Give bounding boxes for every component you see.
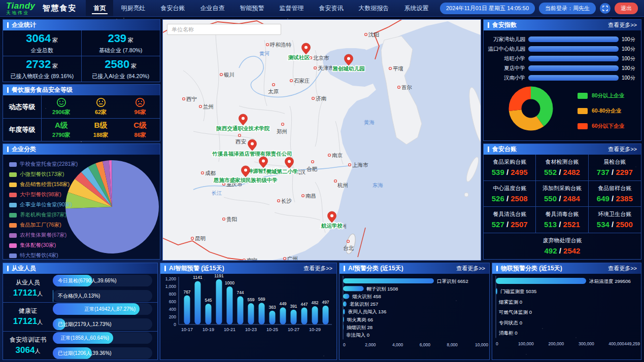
map-pin[interactable] xyxy=(248,139,257,151)
staff-metric: 食安培训证书3064人 xyxy=(3,336,53,355)
panel-safety-level: 餐饮服务食品安全等级 动态等级2906家62家96家年度等级A级2790家B级1… xyxy=(3,84,160,141)
dashboard-root: Tiandy 天地伟业 智慧食安 首页明厨亮灶食安台账企业自查智能预警监督管理食… xyxy=(0,0,644,362)
bar-text: 今日晨检(6790人,39.66%) xyxy=(58,275,117,286)
safety-level-row: 动态等级2906家62家96家 xyxy=(3,95,160,118)
legend-item: 食品加工厂(76家) xyxy=(9,222,78,229)
menu-item-7[interactable]: 食安资讯 xyxy=(311,0,351,16)
progress-fill xyxy=(53,290,53,302)
row-label: 动态等级 xyxy=(3,95,42,118)
ledger-label: 餐具消毒台账 xyxy=(545,210,579,218)
brand-logo-subtext: 天地伟业 xyxy=(6,11,35,15)
donut-legend-item: 60-80分企业 xyxy=(578,107,624,115)
pin-label: 雅创城幼儿园 xyxy=(332,65,365,71)
menu-item-8[interactable]: 大数据报告 xyxy=(351,0,396,16)
panel-enterprise-stats: 企业统计 3064家企业总数239家基础企业 (7.80%)2732家已接入物联… xyxy=(3,19,160,82)
menu-item-5[interactable]: 智能预警 xyxy=(232,0,272,16)
menu-item-3[interactable]: 食安台账 xyxy=(153,0,192,16)
svg-text:消毒柜 0: 消毒柜 0 xyxy=(499,330,517,336)
brand-logo: Tiandy 天地伟业 xyxy=(0,2,40,15)
svg-text:黄海: 黄海 xyxy=(364,119,375,125)
svg-text:烟火识别 458: 烟火识别 458 xyxy=(352,294,381,299)
city-label: 首尔 xyxy=(401,84,413,90)
city-label: 杭州 xyxy=(337,182,348,188)
city-label: 南京 xyxy=(332,152,343,158)
legend-swatch xyxy=(578,123,588,129)
logout-button[interactable]: 退出 xyxy=(615,3,638,14)
svg-text:10-23: 10-23 xyxy=(245,327,257,332)
view-more-link[interactable]: 查看更多>> xyxy=(456,265,485,272)
donut-legend: 80分以上企业60-80分企业60分以下企业 xyxy=(578,92,624,138)
ledger-cell: 中心温度台账526 / 2508 xyxy=(484,181,536,207)
city-label: 上海市 xyxy=(352,162,368,168)
svg-text:长江: 长江 xyxy=(212,190,222,196)
pin-label: 航运学校 xyxy=(321,223,343,229)
svg-text:744: 744 xyxy=(236,290,244,295)
fullscreen-button[interactable] xyxy=(600,3,611,14)
svg-text:600: 600 xyxy=(169,299,176,304)
legend-swatch xyxy=(578,108,588,114)
progress-track: 今日晨检(6790人,39.66%) xyxy=(53,275,152,286)
svg-text:0: 0 xyxy=(174,322,176,327)
map-canvas[interactable]: 黄河长江渤海黄海东海呼和浩特沈阳北京市天津市石家庄太原济南银川西宁兰州郑州西安成… xyxy=(163,20,481,260)
progress-track: 已过期(1206人,39.36%) xyxy=(53,347,152,359)
fullscreen-icon xyxy=(602,6,608,11)
city-dot xyxy=(334,180,337,183)
panel-company-category: 企业分类 学校食堂托食堂(2281家)小微型餐饮(173家)食品销售经营(158… xyxy=(3,143,160,260)
pin-label: 陕西交通职业技术学院 xyxy=(217,125,270,132)
main-menu: 首页明厨亮灶食安台账企业自查智能预警监督管理食安资讯大数据报告系统设置 xyxy=(86,0,436,16)
city-label: 成都 xyxy=(205,170,216,176)
map-pin[interactable] xyxy=(242,166,250,177)
legend-swatch xyxy=(578,93,588,99)
map-pin[interactable] xyxy=(239,114,248,125)
view-more-link[interactable]: 查看更多>> xyxy=(608,146,637,153)
legend-swatch xyxy=(9,172,17,177)
city-label: 贵阳 xyxy=(226,216,237,222)
panel-header: 物联预警分类 (近15天)查看更多>> xyxy=(492,263,641,274)
menu-item-6[interactable]: 监督管理 xyxy=(272,0,311,16)
menu-item-9[interactable]: 系统设置 xyxy=(396,0,436,16)
menu-item-4[interactable]: 企业自查 xyxy=(192,0,232,16)
map-pin[interactable] xyxy=(259,157,268,168)
panel-safety-index: 食安指数查看更多>> 万家湾幼儿园100分温口中心幼儿园100分培旺小学100分… xyxy=(483,19,641,141)
menu-item-1[interactable]: 首页 xyxy=(86,0,113,16)
panel-header: 食安台账查看更多>> xyxy=(484,144,641,155)
legend-label: 特大型餐饮(4家) xyxy=(20,252,58,259)
city-dot xyxy=(347,240,350,243)
legend-item: 农村集体聚餐(67家) xyxy=(9,232,78,239)
svg-text:200: 200 xyxy=(169,314,176,319)
dynamic-grade-item: 96家 xyxy=(120,97,160,116)
ledger-value: 649 / 2385 xyxy=(597,194,633,203)
view-more-link[interactable]: 查看更多>> xyxy=(608,265,637,272)
city-label: 兰州 xyxy=(203,103,214,110)
svg-text:200,000: 200,000 xyxy=(549,341,564,346)
pin-label: 竹溪县福泽酒店管理有限责任公司 xyxy=(212,151,292,157)
panel-header: 企业统计 xyxy=(3,20,160,30)
index-bar-row: 万家湾幼儿园100分 xyxy=(488,34,637,44)
map-search-input[interactable] xyxy=(167,24,281,35)
city-dot xyxy=(223,218,225,221)
svg-text:1000: 1000 xyxy=(225,280,234,285)
grade-count: 2790家 xyxy=(52,131,70,139)
index-score: 100分 xyxy=(619,36,637,43)
svg-text:可燃气体监测 0: 可燃气体监测 0 xyxy=(498,309,532,315)
panel-header: 餐饮服务食品安全等级 xyxy=(3,85,160,95)
safety-index-bars: 万家湾幼儿园100分温口中心幼儿园100分培旺小学100分夏店中学100分汉南小… xyxy=(484,30,641,83)
view-more-link[interactable]: 查看更多>> xyxy=(608,21,637,29)
ledger-grid: 食品采购台账539 / 2495食材检测台账552 / 2482晨检台账737 … xyxy=(484,155,641,259)
school-name: 温口中心幼儿园 xyxy=(488,46,528,53)
legend-swatch xyxy=(9,233,17,238)
svg-text:非法闯入 0: 非法闯入 0 xyxy=(346,332,369,338)
menu-item-2[interactable]: 明厨亮灶 xyxy=(113,0,153,16)
index-bar-track xyxy=(528,65,619,71)
svg-text:300,000: 300,000 xyxy=(579,341,594,346)
city-dot xyxy=(201,172,204,174)
bar-text: 已过期(2179人,12.73%) xyxy=(58,318,112,330)
legend-swatch xyxy=(9,193,17,197)
city-dot xyxy=(389,67,392,70)
grade-label: A级 xyxy=(55,121,68,130)
city-label: 合肥 xyxy=(307,166,318,172)
view-more-link[interactable]: 查看更多>> xyxy=(303,265,332,272)
svg-text:391: 391 xyxy=(290,304,297,309)
city-dot xyxy=(183,98,185,100)
map-pin[interactable] xyxy=(302,43,311,54)
